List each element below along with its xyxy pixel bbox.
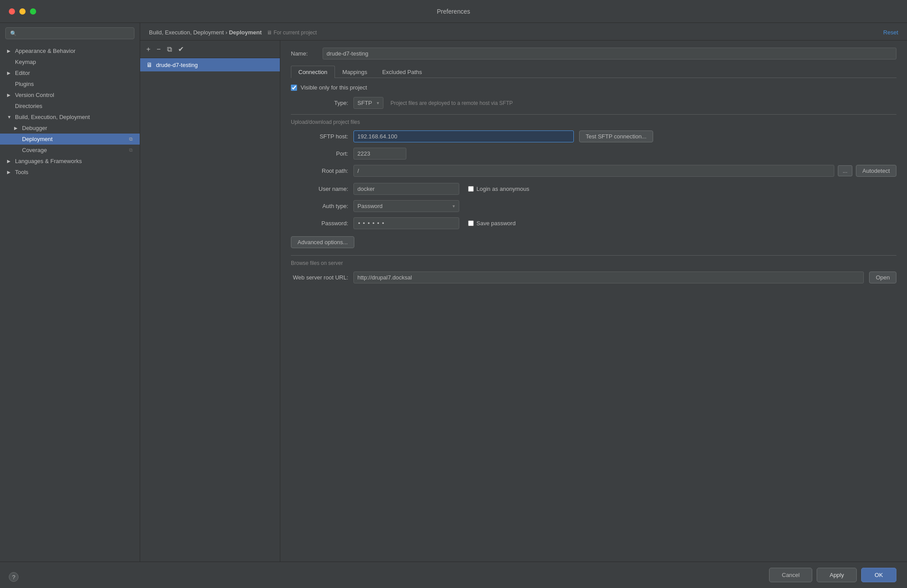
user-name-row: User name: Login as anonymous <box>291 183 896 195</box>
close-button[interactable] <box>9 8 15 15</box>
sidebar-item-label: Build, Execution, Deployment <box>15 114 90 120</box>
user-name-label: User name: <box>291 186 348 192</box>
sidebar-item-build-execution[interactable]: ▼ Build, Execution, Deployment <box>0 112 140 123</box>
sidebar-item-tools[interactable]: ▶ Tools <box>0 167 140 178</box>
maximize-button[interactable] <box>30 8 36 15</box>
content-header: Build, Execution, Deployment › Deploymen… <box>140 23 907 41</box>
sidebar-item-deployment[interactable]: Deployment ⧉ <box>0 134 140 145</box>
search-icon: 🔍 <box>10 30 17 37</box>
sidebar-item-label: Languages & Frameworks <box>15 158 82 164</box>
root-path-row: Root path: ... Autodetect <box>291 165 896 177</box>
sidebar-item-label: Directories <box>15 103 42 109</box>
sftp-host-row: SFTP host: Test SFTP connection... <box>291 130 896 142</box>
sidebar-item-label: Debugger <box>22 125 47 131</box>
login-anonymous-checkbox[interactable] <box>468 186 474 192</box>
for-project-label: 🖥 For current project <box>267 30 316 36</box>
server-list: 🖥 drude-d7-testing <box>140 58 280 562</box>
server-list-panel: + − ⧉ ✔ 🖥 drude-d7-testing <box>140 41 280 562</box>
sidebar-item-label: Appearance & Behavior <box>15 48 75 54</box>
test-sftp-button[interactable]: Test SFTP connection... <box>579 130 653 142</box>
visible-only-checkbox[interactable] <box>291 85 297 91</box>
minimize-button[interactable] <box>19 8 26 15</box>
browse-section-label: Browse files on server <box>291 260 896 266</box>
open-button[interactable]: Open <box>869 272 896 283</box>
add-server-button[interactable]: + <box>145 45 152 54</box>
login-anonymous-label: Login as anonymous <box>476 186 529 192</box>
password-label: Password: <box>291 220 348 227</box>
type-label: Type: <box>291 100 348 106</box>
sidebar-item-directories[interactable]: Directories <box>0 100 140 112</box>
search-input[interactable] <box>19 30 130 37</box>
copy-server-button[interactable]: ⧉ <box>165 45 174 54</box>
sidebar-item-plugins[interactable]: Plugins <box>0 78 140 89</box>
autodetect-button[interactable]: Autodetect <box>856 165 896 177</box>
name-label: Name: <box>291 50 317 57</box>
sidebar-item-keymap[interactable]: Keymap <box>0 56 140 67</box>
visible-only-row: Visible only for this project <box>291 84 896 91</box>
breadcrumb-prefix: Build, Execution, Deployment <box>149 29 224 36</box>
sidebar-item-label: Version Control <box>15 92 54 98</box>
tab-connection[interactable]: Connection <box>291 66 335 78</box>
sidebar-item-label: Editor <box>15 70 30 76</box>
sidebar-item-label: Tools <box>15 169 28 175</box>
password-row: Password: Save password <box>291 217 896 229</box>
search-box[interactable]: 🔍 <box>5 27 134 39</box>
arrow-icon: ▼ <box>7 115 12 119</box>
sidebar-item-editor[interactable]: ▶ Editor <box>0 67 140 78</box>
web-root-input[interactable] <box>353 272 864 283</box>
server-icon: 🖥 <box>146 61 152 68</box>
auth-type-select[interactable]: Password Key pair OpenSSH <box>353 200 459 212</box>
save-password-label: Save password <box>476 220 516 227</box>
user-name-input[interactable] <box>353 183 459 195</box>
name-input[interactable] <box>323 48 896 60</box>
sidebar-item-version-control[interactable]: ▶ Version Control <box>0 89 140 100</box>
help-button[interactable]: ? <box>9 572 19 582</box>
deployment-panel: + − ⧉ ✔ 🖥 drude-d7-testing Name: <box>140 41 907 562</box>
reset-button[interactable]: Reset <box>883 29 898 36</box>
sidebar: 🔍 ▶ Appearance & Behavior Keymap ▶ Edito… <box>0 23 140 562</box>
dots-button[interactable]: ... <box>838 165 852 176</box>
check-server-button[interactable]: ✔ <box>176 44 186 54</box>
upload-section-label: Upload/download project files <box>291 119 896 125</box>
type-hint: Project files are deployed to a remote h… <box>390 100 513 106</box>
web-root-row: Web server root URL: Open <box>291 272 896 283</box>
arrow-icon: ▶ <box>7 71 12 75</box>
remove-server-button[interactable]: − <box>155 45 162 54</box>
auth-type-label: Auth type: <box>291 203 348 209</box>
login-anonymous-row: Login as anonymous <box>468 186 529 192</box>
root-path-input[interactable] <box>353 165 834 177</box>
sidebar-item-label: Plugins <box>15 81 34 87</box>
advanced-options-button[interactable]: Advanced options... <box>291 236 354 248</box>
sidebar-item-languages-frameworks[interactable]: ▶ Languages & Frameworks <box>0 156 140 167</box>
port-label: Port: <box>291 150 348 157</box>
main-layout: 🔍 ▶ Appearance & Behavior Keymap ▶ Edito… <box>0 23 907 562</box>
sidebar-items: ▶ Appearance & Behavior Keymap ▶ Editor … <box>0 44 140 562</box>
web-root-label: Web server root URL: <box>291 274 348 281</box>
tab-mappings[interactable]: Mappings <box>335 66 375 78</box>
advanced-btn-row: Advanced options... <box>291 236 896 248</box>
root-path-label: Root path: <box>291 167 348 174</box>
arrow-placeholder <box>14 137 19 141</box>
port-input[interactable] <box>353 148 406 160</box>
config-panel: Name: Connection Mappings Excluded Paths… <box>280 41 907 562</box>
sidebar-item-appearance-behavior[interactable]: ▶ Appearance & Behavior <box>0 45 140 56</box>
name-row: Name: <box>291 48 896 60</box>
sidebar-item-label: Coverage <box>22 147 47 153</box>
sidebar-item-debugger[interactable]: ▶ Debugger <box>0 123 140 134</box>
server-item-label: drude-d7-testing <box>156 62 198 68</box>
sftp-host-input[interactable] <box>353 130 574 142</box>
password-input[interactable] <box>353 217 459 229</box>
arrow-placeholder <box>7 82 12 86</box>
apply-button[interactable]: Apply <box>817 568 857 582</box>
cancel-button[interactable]: Cancel <box>769 568 812 582</box>
server-item-drude[interactable]: 🖥 drude-d7-testing <box>140 58 280 71</box>
visible-only-label: Visible only for this project <box>301 84 367 91</box>
save-password-checkbox[interactable] <box>468 220 474 226</box>
copy-icon-2: ⧉ <box>129 147 133 153</box>
type-select[interactable]: SFTP FTP Local <box>353 97 383 109</box>
ok-button[interactable]: OK <box>861 568 896 582</box>
tab-excluded-paths[interactable]: Excluded Paths <box>375 66 429 78</box>
browse-section: Browse files on server Web server root U… <box>291 260 896 283</box>
arrow-icon: ▶ <box>7 93 12 97</box>
sidebar-item-coverage[interactable]: Coverage ⧉ <box>0 145 140 156</box>
